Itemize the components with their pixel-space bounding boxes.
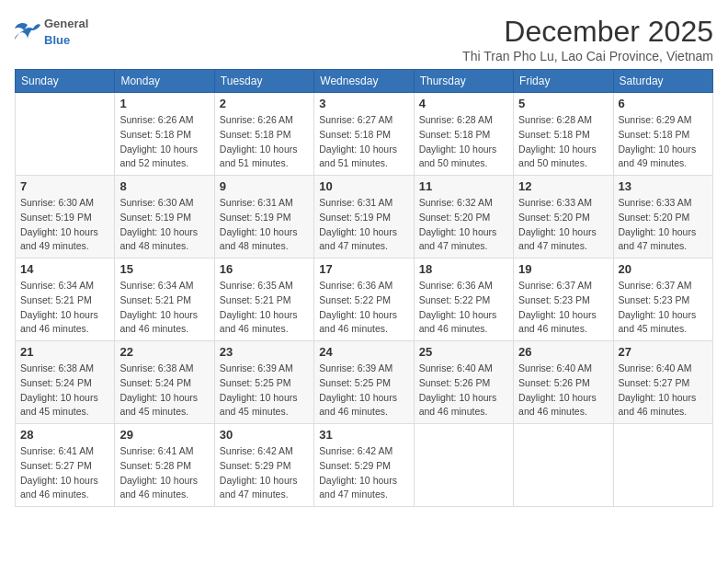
day-info: Sunrise: 6:39 AM Sunset: 5:25 PM Dayligh… [220, 362, 309, 419]
calendar-cell: 15Sunrise: 6:34 AM Sunset: 5:21 PM Dayli… [115, 259, 214, 341]
calendar-cell: 26Sunrise: 6:40 AM Sunset: 5:26 PM Dayli… [514, 341, 613, 424]
day-info: Sunrise: 6:31 AM Sunset: 5:19 PM Dayligh… [220, 196, 309, 254]
weekday-header: Monday [115, 70, 214, 93]
calendar-table: SundayMondayTuesdayWednesdayThursdayFrid… [15, 69, 713, 507]
day-number: 30 [220, 428, 309, 442]
day-number: 13 [619, 179, 708, 193]
calendar-cell [16, 93, 115, 176]
calendar-cell: 2Sunrise: 6:26 AM Sunset: 5:18 PM Daylig… [214, 93, 313, 176]
weekday-header: Sunday [16, 70, 115, 93]
day-info: Sunrise: 6:41 AM Sunset: 5:27 PM Dayligh… [20, 444, 109, 502]
day-number: 29 [119, 428, 209, 442]
location-subtitle: Thi Tran Pho Lu, Lao Cai Province, Vietn… [462, 49, 713, 63]
day-info: Sunrise: 6:30 AM Sunset: 5:19 PM Dayligh… [20, 196, 109, 254]
day-info: Sunrise: 6:39 AM Sunset: 5:25 PM Dayligh… [319, 362, 408, 419]
day-info: Sunrise: 6:42 AM Sunset: 5:29 PM Dayligh… [220, 444, 309, 502]
day-number: 18 [419, 262, 508, 276]
weekday-header: Friday [514, 70, 613, 93]
day-number: 4 [419, 97, 508, 110]
calendar-cell: 27Sunrise: 6:40 AM Sunset: 5:27 PM Dayli… [613, 341, 712, 424]
calendar-cell: 17Sunrise: 6:36 AM Sunset: 5:22 PM Dayli… [314, 259, 414, 341]
weekday-header: Saturday [613, 70, 712, 93]
calendar-cell: 7Sunrise: 6:30 AM Sunset: 5:19 PM Daylig… [16, 176, 115, 259]
logo-general: General [44, 17, 88, 30]
day-number: 21 [20, 345, 109, 359]
day-info: Sunrise: 6:28 AM Sunset: 5:18 PM Dayligh… [518, 113, 608, 171]
day-number: 1 [119, 97, 209, 110]
calendar-cell: 31Sunrise: 6:42 AM Sunset: 5:29 PM Dayli… [314, 424, 414, 507]
day-number: 15 [119, 262, 209, 276]
day-number: 26 [518, 345, 608, 359]
calendar-cell: 11Sunrise: 6:32 AM Sunset: 5:20 PM Dayli… [414, 176, 513, 259]
title-block: December 2025 Thi Tran Pho Lu, Lao Cai P… [462, 15, 713, 63]
day-number: 10 [319, 179, 408, 193]
calendar-cell: 24Sunrise: 6:39 AM Sunset: 5:25 PM Dayli… [314, 341, 414, 424]
calendar-cell: 12Sunrise: 6:33 AM Sunset: 5:20 PM Dayli… [514, 176, 613, 259]
day-number: 6 [619, 97, 708, 110]
calendar-week-row: 7Sunrise: 6:30 AM Sunset: 5:19 PM Daylig… [16, 176, 713, 259]
calendar-cell: 25Sunrise: 6:40 AM Sunset: 5:26 PM Dayli… [414, 341, 513, 424]
day-number: 25 [419, 345, 508, 359]
day-number: 31 [319, 428, 408, 442]
day-info: Sunrise: 6:28 AM Sunset: 5:18 PM Dayligh… [419, 113, 508, 171]
calendar-cell: 8Sunrise: 6:30 AM Sunset: 5:19 PM Daylig… [115, 176, 214, 259]
calendar-cell: 13Sunrise: 6:33 AM Sunset: 5:20 PM Dayli… [613, 176, 712, 259]
day-info: Sunrise: 6:30 AM Sunset: 5:19 PM Dayligh… [119, 196, 209, 254]
day-number: 24 [319, 345, 408, 359]
day-info: Sunrise: 6:38 AM Sunset: 5:24 PM Dayligh… [20, 362, 109, 419]
day-info: Sunrise: 6:34 AM Sunset: 5:21 PM Dayligh… [119, 279, 209, 337]
day-number: 11 [419, 179, 508, 193]
calendar-cell [514, 424, 613, 507]
day-info: Sunrise: 6:34 AM Sunset: 5:21 PM Dayligh… [20, 279, 109, 337]
calendar-cell: 16Sunrise: 6:35 AM Sunset: 5:21 PM Dayli… [214, 259, 313, 341]
weekday-header: Thursday [414, 70, 513, 93]
day-info: Sunrise: 6:36 AM Sunset: 5:22 PM Dayligh… [319, 279, 408, 337]
calendar-cell [414, 424, 513, 507]
calendar-cell: 23Sunrise: 6:39 AM Sunset: 5:25 PM Dayli… [214, 341, 313, 424]
day-number: 5 [518, 97, 608, 110]
calendar-cell: 20Sunrise: 6:37 AM Sunset: 5:23 PM Dayli… [613, 259, 712, 341]
calendar-cell: 9Sunrise: 6:31 AM Sunset: 5:19 PM Daylig… [214, 176, 313, 259]
day-info: Sunrise: 6:37 AM Sunset: 5:23 PM Dayligh… [518, 279, 608, 337]
calendar-cell: 10Sunrise: 6:31 AM Sunset: 5:19 PM Dayli… [314, 176, 414, 259]
day-number: 3 [319, 97, 408, 110]
day-info: Sunrise: 6:29 AM Sunset: 5:18 PM Dayligh… [619, 113, 708, 171]
calendar-week-row: 1Sunrise: 6:26 AM Sunset: 5:18 PM Daylig… [16, 93, 713, 176]
logo: General Blue [15, 15, 88, 48]
day-info: Sunrise: 6:32 AM Sunset: 5:20 PM Dayligh… [419, 196, 508, 254]
page-header: General Blue December 2025 Thi Tran Pho … [15, 15, 713, 63]
day-info: Sunrise: 6:31 AM Sunset: 5:19 PM Dayligh… [319, 196, 408, 254]
day-info: Sunrise: 6:36 AM Sunset: 5:22 PM Dayligh… [419, 279, 508, 337]
calendar-cell: 19Sunrise: 6:37 AM Sunset: 5:23 PM Dayli… [514, 259, 613, 341]
day-number: 7 [20, 179, 109, 193]
logo-text: General Blue [44, 15, 88, 48]
weekday-header: Wednesday [314, 70, 414, 93]
calendar-cell: 6Sunrise: 6:29 AM Sunset: 5:18 PM Daylig… [613, 93, 712, 176]
day-info: Sunrise: 6:33 AM Sunset: 5:20 PM Dayligh… [518, 196, 608, 254]
day-info: Sunrise: 6:40 AM Sunset: 5:26 PM Dayligh… [518, 362, 608, 419]
day-info: Sunrise: 6:40 AM Sunset: 5:26 PM Dayligh… [419, 362, 508, 419]
calendar-cell: 4Sunrise: 6:28 AM Sunset: 5:18 PM Daylig… [414, 93, 513, 176]
calendar-cell: 18Sunrise: 6:36 AM Sunset: 5:22 PM Dayli… [414, 259, 513, 341]
day-number: 19 [518, 262, 608, 276]
day-info: Sunrise: 6:41 AM Sunset: 5:28 PM Dayligh… [119, 444, 209, 502]
month-title: December 2025 [462, 15, 713, 49]
day-info: Sunrise: 6:37 AM Sunset: 5:23 PM Dayligh… [619, 279, 708, 337]
day-number: 8 [119, 179, 209, 193]
weekday-header-row: SundayMondayTuesdayWednesdayThursdayFrid… [16, 70, 713, 93]
day-number: 22 [119, 345, 209, 359]
calendar-cell: 1Sunrise: 6:26 AM Sunset: 5:18 PM Daylig… [115, 93, 214, 176]
calendar-cell: 14Sunrise: 6:34 AM Sunset: 5:21 PM Dayli… [16, 259, 115, 341]
day-number: 23 [220, 345, 309, 359]
day-info: Sunrise: 6:42 AM Sunset: 5:29 PM Dayligh… [319, 444, 408, 502]
calendar-cell: 5Sunrise: 6:28 AM Sunset: 5:18 PM Daylig… [514, 93, 613, 176]
calendar-cell: 3Sunrise: 6:27 AM Sunset: 5:18 PM Daylig… [314, 93, 414, 176]
day-number: 16 [220, 262, 309, 276]
calendar-week-row: 14Sunrise: 6:34 AM Sunset: 5:21 PM Dayli… [16, 259, 713, 341]
day-info: Sunrise: 6:27 AM Sunset: 5:18 PM Dayligh… [319, 113, 408, 171]
day-number: 2 [220, 97, 309, 110]
calendar-cell: 21Sunrise: 6:38 AM Sunset: 5:24 PM Dayli… [16, 341, 115, 424]
day-number: 20 [619, 262, 708, 276]
logo-blue: Blue [44, 33, 70, 47]
day-number: 9 [220, 179, 309, 193]
